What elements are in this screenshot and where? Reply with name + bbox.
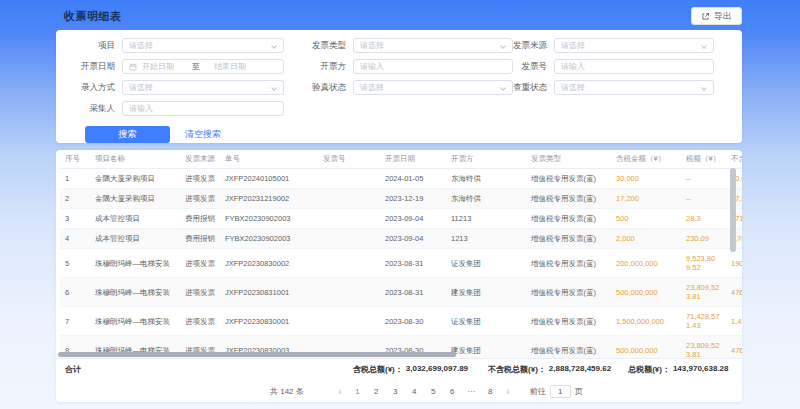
filter-row-3: 录入方式 请选择 验真状态 请选择 查重状态 请选择 bbox=[56, 80, 742, 95]
invoice-type-select[interactable]: 请选择 bbox=[353, 38, 513, 53]
end-date-placeholder: 结束日期 bbox=[214, 61, 246, 72]
clear-search-link[interactable]: 清空搜索 bbox=[185, 128, 221, 141]
table-cell: 23,809,523.81 bbox=[681, 278, 726, 307]
table-cell: 71,428,571.43 bbox=[681, 307, 726, 336]
table-cell: 2024-01-05 bbox=[380, 169, 446, 189]
page-number[interactable]: 1 bbox=[348, 387, 367, 396]
project-select[interactable]: 请选择 bbox=[122, 38, 284, 53]
summary-excl-tax-label: 不含税总额(¥)： bbox=[488, 364, 546, 375]
verify-status-placeholder: 请选择 bbox=[360, 82, 384, 93]
column-header: 序号 bbox=[60, 150, 90, 169]
table-cell: 建发集团 bbox=[446, 336, 526, 359]
table-panel: 序号项目名称发票来源单号发票号开票日期开票方发票类型含税金额（¥）税额（¥）不含… bbox=[56, 150, 742, 402]
topbar: 收票明细表 导出 bbox=[64, 5, 742, 27]
invoice-no-input[interactable]: 请输入 bbox=[554, 59, 714, 74]
chevron-down-icon bbox=[500, 43, 506, 49]
collector-input[interactable]: 请输入 bbox=[122, 101, 284, 116]
dup-status-select[interactable]: 请选择 bbox=[554, 80, 714, 95]
table-cell: 珠穆朗玛峰—电梯安装 bbox=[90, 249, 180, 278]
table-viewport: 序号项目名称发票来源单号发票号开票日期开票方发票类型含税金额（¥）税额（¥）不含… bbox=[56, 150, 742, 358]
entry-method-placeholder: 请选择 bbox=[129, 82, 153, 93]
filter-panel: 项目 请选择 发票类型 请选择 发票来源 请选择 开票日期 bbox=[56, 30, 742, 143]
table-row[interactable]: 4成本管控项目费用报销FYBX202309020032023-09-041213… bbox=[60, 229, 742, 249]
table-cell: 增值税专用发票(蓝) bbox=[526, 229, 611, 249]
table-cell bbox=[318, 209, 380, 229]
table-cell: JXFP20231219002 bbox=[220, 189, 318, 209]
goto-page: 前往 页 bbox=[530, 385, 583, 398]
horizontal-scrollbar[interactable] bbox=[58, 352, 456, 357]
page-number[interactable]: 2 bbox=[367, 387, 386, 396]
issuer-input[interactable]: 请输入 bbox=[353, 59, 513, 74]
summary-row: 合计 含税总额(¥)： 3,032,699,097.89 不含税总额(¥)： 2… bbox=[56, 358, 742, 380]
summary-incl-tax-label: 含税总额(¥)： bbox=[353, 364, 403, 375]
chevron-down-icon bbox=[271, 85, 277, 91]
invoice-date-range-picker[interactable]: 开始日期 至 结束日期 bbox=[122, 59, 284, 74]
table-row[interactable]: 3成本管控项目费用报销FYBX202309020032023-09-041121… bbox=[60, 209, 742, 229]
table-row[interactable]: 2金隅大厦采购项目进项发票JXFP202312190022023-12-19东海… bbox=[60, 189, 742, 209]
column-header: 税额（¥） bbox=[681, 150, 726, 169]
table-cell: 珠穆朗玛峰—电梯安装 bbox=[90, 278, 180, 307]
page-number[interactable]: 6 bbox=[443, 387, 462, 396]
table-cell: 费用报销 bbox=[180, 209, 220, 229]
invoice-source-select[interactable]: 请选择 bbox=[554, 38, 714, 53]
table-cell: 28.3 bbox=[681, 209, 726, 229]
table-cell: 5 bbox=[60, 249, 90, 278]
invoice-date-label: 开票日期 bbox=[56, 61, 122, 73]
export-icon bbox=[701, 12, 710, 21]
table-row[interactable]: 5珠穆朗玛峰—电梯安装进项发票JXFP202308300022023-08-31… bbox=[60, 249, 742, 278]
invoice-type-label: 发票类型 bbox=[284, 40, 353, 52]
vertical-scrollbar[interactable] bbox=[730, 168, 736, 252]
page-number[interactable]: 4 bbox=[405, 387, 424, 396]
column-header: 单号 bbox=[220, 150, 318, 169]
table-cell: 2023-08-31 bbox=[380, 278, 446, 307]
entry-method-select[interactable]: 请选择 bbox=[122, 80, 284, 95]
invoice-detail-page: 收票明细表 导出 项目 请选择 发票类型 请选择 bbox=[0, 0, 800, 409]
table-cell: 2023-12-19 bbox=[380, 189, 446, 209]
prev-page-icon[interactable]: ‹ bbox=[332, 386, 348, 397]
filter-row-1: 项目 请选择 发票类型 请选择 发票来源 请选择 bbox=[56, 38, 742, 53]
table-header-row: 序号项目名称发票来源单号发票号开票日期开票方发票类型含税金额（¥）税额（¥）不含… bbox=[60, 150, 742, 169]
table-cell: 190,476,190.48 bbox=[726, 249, 742, 278]
column-header: 开票方 bbox=[446, 150, 526, 169]
page-number[interactable]: 8 bbox=[481, 387, 500, 396]
table-cell: 增值税专用发票(蓝) bbox=[526, 336, 611, 359]
invoice-source-label: 发票来源 bbox=[513, 40, 554, 52]
table-cell: 进项发票 bbox=[180, 169, 220, 189]
export-button[interactable]: 导出 bbox=[691, 7, 742, 25]
table-cell: JXFP20230830002 bbox=[220, 249, 318, 278]
table-cell: JXFP20240105001 bbox=[220, 169, 318, 189]
table-cell: 证发集团 bbox=[446, 249, 526, 278]
invoice-table: 序号项目名称发票来源单号发票号开票日期开票方发票类型含税金额（¥）税额（¥）不含… bbox=[60, 150, 742, 358]
table-cell: 东海特供 bbox=[446, 189, 526, 209]
dup-status-placeholder: 请选择 bbox=[561, 82, 585, 93]
table-row[interactable]: 1金隅大厦采购项目进项发票JXFP202401050012024-01-05东海… bbox=[60, 169, 742, 189]
calendar-icon bbox=[129, 63, 137, 71]
page-number[interactable]: 5 bbox=[424, 387, 443, 396]
table-cell: 500,000,000 bbox=[611, 336, 681, 359]
table-cell: 3 bbox=[60, 209, 90, 229]
invoice-no-placeholder: 请输入 bbox=[561, 61, 585, 72]
table-cell: 500 bbox=[611, 209, 681, 229]
verify-status-select[interactable]: 请选择 bbox=[353, 80, 513, 95]
table-cell: 1213 bbox=[446, 229, 526, 249]
table-cell: 2,000 bbox=[611, 229, 681, 249]
next-page-icon[interactable]: › bbox=[500, 386, 516, 397]
summary-excl-tax: 不含税总额(¥)： 2,888,728,459.62 bbox=[488, 364, 611, 375]
page-number[interactable]: 3 bbox=[386, 387, 405, 396]
search-button[interactable]: 搜索 bbox=[85, 126, 170, 143]
column-header: 含税金额（¥） bbox=[611, 150, 681, 169]
chevron-down-icon bbox=[271, 43, 277, 49]
pagination-total: 共 142 条 bbox=[270, 386, 304, 397]
table-cell: 建发集团 bbox=[446, 278, 526, 307]
table-cell: 费用报销 bbox=[180, 229, 220, 249]
pager-numbers: 123456···8 bbox=[348, 387, 500, 396]
table-cell: 增值税专用发票(蓝) bbox=[526, 307, 611, 336]
table-cell: 东海特供 bbox=[446, 169, 526, 189]
table-cell: 11213 bbox=[446, 209, 526, 229]
dup-status-label: 查重状态 bbox=[513, 82, 554, 94]
chevron-down-icon bbox=[500, 85, 506, 91]
page-ellipsis[interactable]: ··· bbox=[462, 387, 481, 396]
table-row[interactable]: 7珠穆朗玛峰—电梯安装进项发票JXFP202308300012023-08-30… bbox=[60, 307, 742, 336]
table-row[interactable]: 6珠穆朗玛峰—电梯安装进项发票JXFP202308310012023-08-31… bbox=[60, 278, 742, 307]
goto-page-input[interactable] bbox=[550, 385, 571, 398]
